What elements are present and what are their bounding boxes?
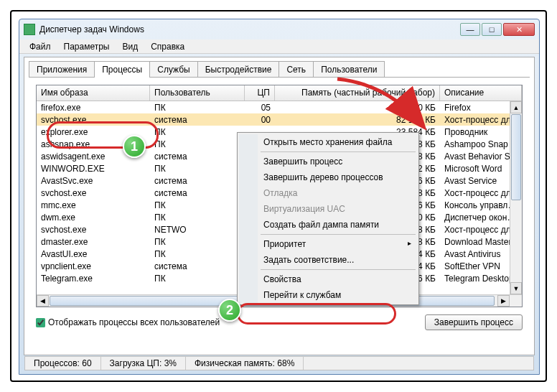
- show-all-users-label: Отображать процессы всех пользователей: [48, 317, 220, 327]
- tab-services[interactable]: Службы: [149, 61, 197, 78]
- cell-name: WINWORD.EXE: [37, 164, 150, 174]
- cell-user: ПК: [150, 200, 245, 210]
- tab-processes[interactable]: Процессы: [94, 61, 150, 78]
- scroll-left-icon[interactable]: ◀: [37, 295, 49, 307]
- tab-performance[interactable]: Быстродействие: [197, 61, 280, 78]
- cell-user: ПК: [150, 274, 245, 284]
- cell-user: ПК: [150, 237, 245, 247]
- cell-user: система: [150, 188, 245, 198]
- cell-name: dmaster.exe: [37, 237, 150, 247]
- cell-user: система: [150, 261, 245, 271]
- ctx-affinity[interactable]: Задать соответствие...: [239, 252, 417, 268]
- menu-params[interactable]: Параметры: [58, 40, 116, 53]
- cell-user: ПК: [150, 213, 245, 223]
- window-title: Диспетчер задач Windows: [39, 24, 460, 34]
- annotation-badge-1: 1: [123, 135, 146, 158]
- ctx-uac: Виртуализация UAC: [239, 201, 417, 217]
- scroll-thumb[interactable]: [511, 114, 521, 200]
- cell-name: svchost.exe: [37, 225, 150, 235]
- cell-name: dwm.exe: [37, 213, 150, 223]
- col-cpu[interactable]: ЦП: [245, 85, 275, 101]
- window-buttons: — □ ✕: [460, 23, 535, 36]
- tab-apps[interactable]: Приложения: [29, 61, 95, 78]
- cell-user: ПК: [150, 249, 245, 259]
- tabstrip: Приложения Процессы Службы Быстродействи…: [24, 57, 534, 77]
- ctx-separator: [261, 151, 416, 152]
- close-button[interactable]: ✕: [503, 23, 535, 36]
- scroll-down-icon[interactable]: ▼: [510, 282, 522, 294]
- status-memory: Физическая память: 68%: [186, 357, 304, 370]
- cell-mem: 82 116 КБ: [275, 115, 440, 125]
- cell-name: firefox.exe: [37, 103, 150, 113]
- column-headers: Имя образа Пользователь ЦП Память (частн…: [37, 85, 522, 101]
- cell-user: NETWO: [150, 225, 245, 235]
- annotation-badge-2: 2: [218, 299, 241, 322]
- cell-user: ПК: [150, 127, 245, 137]
- cell-user: ПК: [150, 164, 245, 174]
- cell-mem: 830 820 КБ: [275, 103, 440, 113]
- ctx-open-location[interactable]: Открыть место хранения файла: [239, 134, 417, 150]
- ctx-separator: [261, 234, 416, 235]
- cell-user: система: [150, 151, 245, 162]
- show-all-users-checkbox[interactable]: Отображать процессы всех пользователей: [36, 317, 220, 327]
- end-process-button[interactable]: Завершить процесс: [425, 314, 523, 330]
- ctx-goto-services[interactable]: Перейти к службам: [239, 287, 417, 303]
- maximize-button[interactable]: □: [482, 23, 502, 36]
- vertical-scrollbar[interactable]: ▲ ▼: [510, 101, 522, 294]
- col-memory[interactable]: Память (частный рабочий набор): [275, 85, 440, 101]
- minimize-button[interactable]: —: [460, 23, 480, 36]
- ctx-debug: Отладка: [239, 185, 417, 201]
- ctx-end-process[interactable]: Завершить процесс: [239, 154, 417, 169]
- cell-name: mmc.exe: [37, 200, 150, 210]
- cell-cpu: 00: [245, 115, 275, 125]
- context-menu: Открыть место хранения файла Завершить п…: [237, 132, 419, 305]
- status-cpu: Загрузка ЦП: 3%: [101, 357, 186, 370]
- status-bar: Процессов: 60 Загрузка ЦП: 3% Физическая…: [24, 356, 534, 370]
- table-row[interactable]: svchost.exeсистема0082 116 КБХост-процес…: [37, 113, 522, 126]
- tab-network[interactable]: Сеть: [278, 61, 314, 78]
- cell-user: ПК: [150, 139, 245, 149]
- ctx-priority[interactable]: Приоритет: [239, 236, 417, 252]
- cell-user: ПК: [150, 103, 245, 113]
- table-row[interactable]: firefox.exeПК05830 820 КБFirefox: [37, 101, 522, 113]
- titlebar[interactable]: Диспетчер задач Windows — □ ✕: [19, 19, 539, 39]
- menu-view[interactable]: Вид: [116, 40, 144, 53]
- ctx-separator: [261, 269, 416, 270]
- status-process-count: Процессов: 60: [25, 357, 101, 370]
- scroll-right-icon[interactable]: ▶: [497, 295, 510, 307]
- cell-name: vpnclient.exe: [37, 261, 150, 271]
- tab-users[interactable]: Пользователи: [313, 61, 385, 78]
- cell-name: Telegram.exe: [37, 274, 150, 284]
- col-user[interactable]: Пользователь: [150, 85, 245, 101]
- cell-user: система: [150, 115, 245, 125]
- screenshot-frame: Диспетчер задач Windows — □ ✕ Файл Парам…: [10, 10, 547, 382]
- ctx-end-tree[interactable]: Завершить дерево процессов: [239, 169, 417, 185]
- cell-cpu: 05: [245, 103, 275, 113]
- cell-name: svchost.exe: [37, 115, 150, 125]
- col-name[interactable]: Имя образа: [37, 85, 150, 101]
- cell-user: система: [150, 176, 245, 186]
- cell-name: svchost.exe: [37, 188, 150, 198]
- scroll-up-icon[interactable]: ▲: [510, 101, 522, 113]
- app-icon: [24, 24, 35, 35]
- menu-file[interactable]: Файл: [24, 40, 57, 53]
- menu-help[interactable]: Справка: [145, 40, 190, 53]
- cell-name: AvastSvc.exe: [37, 176, 150, 186]
- col-description[interactable]: Описание: [440, 85, 522, 101]
- ctx-properties[interactable]: Свойства: [239, 271, 417, 287]
- ctx-dump[interactable]: Создать файл дампа памяти: [239, 217, 417, 233]
- cell-name: AvastUI.exe: [37, 249, 150, 259]
- bottom-row: Отображать процессы всех пользователей З…: [36, 314, 523, 330]
- menubar: Файл Параметры Вид Справка: [19, 39, 539, 54]
- show-all-users-input[interactable]: [36, 318, 45, 327]
